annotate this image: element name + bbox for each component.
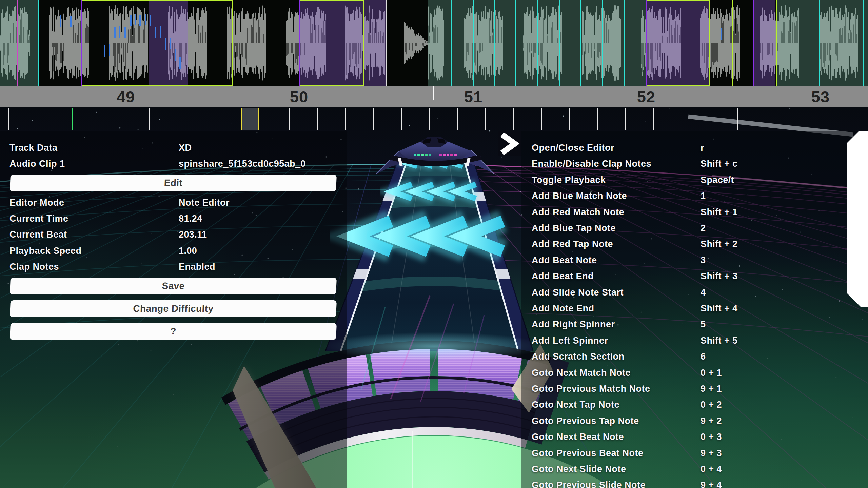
edit-button[interactable]: Edit <box>10 175 337 191</box>
beat-tick <box>149 108 150 130</box>
beat-tick <box>457 108 458 130</box>
beat-tick <box>541 108 542 130</box>
beat-tick-strip[interactable] <box>0 107 868 131</box>
green-marker-tick <box>72 108 73 130</box>
measure-label: 52 <box>637 86 655 107</box>
beat-tick <box>37 108 37 130</box>
yellow-marker-tick <box>241 108 242 130</box>
beat-tick <box>177 108 177 130</box>
save-button[interactable]: Save <box>10 278 337 294</box>
beat-tick <box>373 108 374 130</box>
waveform-timeline[interactable] <box>0 0 868 86</box>
beat-tick <box>317 108 318 130</box>
side-scroll-tab[interactable] <box>847 131 868 307</box>
beat-tick <box>710 108 710 130</box>
beat-tick <box>485 108 486 130</box>
beat-tick <box>513 108 514 130</box>
beat-tick <box>794 108 794 130</box>
change-difficulty-button[interactable]: Change Difficulty <box>10 300 337 317</box>
measure-label: 51 <box>464 86 482 107</box>
yellow-marker-tick <box>258 108 259 130</box>
beat-tick <box>289 108 290 130</box>
beat-tick <box>822 108 822 130</box>
help-button[interactable]: ? <box>10 323 337 340</box>
beat-tick <box>850 108 850 130</box>
right-panel-overlay <box>521 131 868 488</box>
beat-tick <box>8 108 9 130</box>
beat-tick <box>625 108 626 130</box>
beat-tick <box>597 108 598 130</box>
measure-label: 53 <box>811 86 830 107</box>
next-arrow-button[interactable] <box>498 131 521 156</box>
beat-tick <box>121 108 121 130</box>
beat-tick <box>429 108 430 130</box>
beat-tick <box>653 108 654 130</box>
next-arrow-icon <box>498 131 521 156</box>
beat-tick <box>682 108 682 130</box>
loop-region <box>241 108 258 130</box>
waveform-canvas[interactable] <box>0 0 868 86</box>
beat-tick <box>345 108 346 130</box>
measure-label: 50 <box>290 86 308 107</box>
beat-tick <box>569 108 570 130</box>
beat-tick <box>766 108 766 130</box>
beat-tick <box>93 108 93 130</box>
playhead-marker <box>433 86 434 100</box>
beat-tick <box>205 108 205 130</box>
beat-tick <box>401 108 402 130</box>
beat-tick <box>737 108 738 130</box>
measure-label: 49 <box>117 86 135 107</box>
